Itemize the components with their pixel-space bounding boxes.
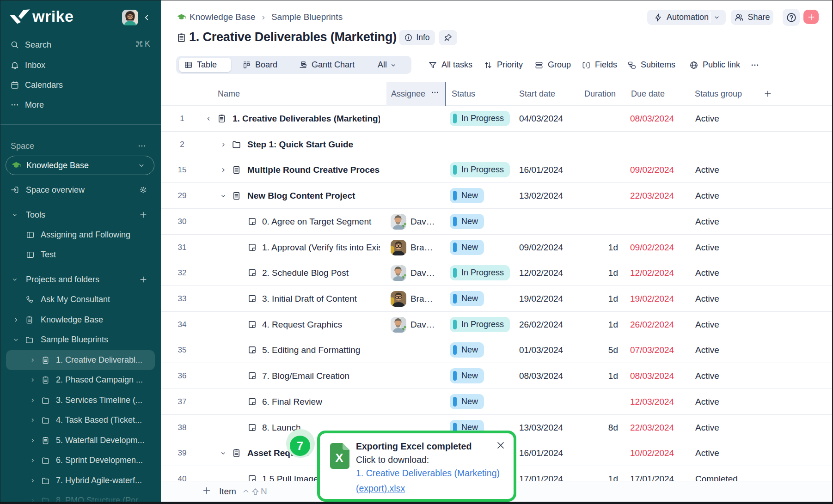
svg-text:X: X [335, 451, 343, 465]
